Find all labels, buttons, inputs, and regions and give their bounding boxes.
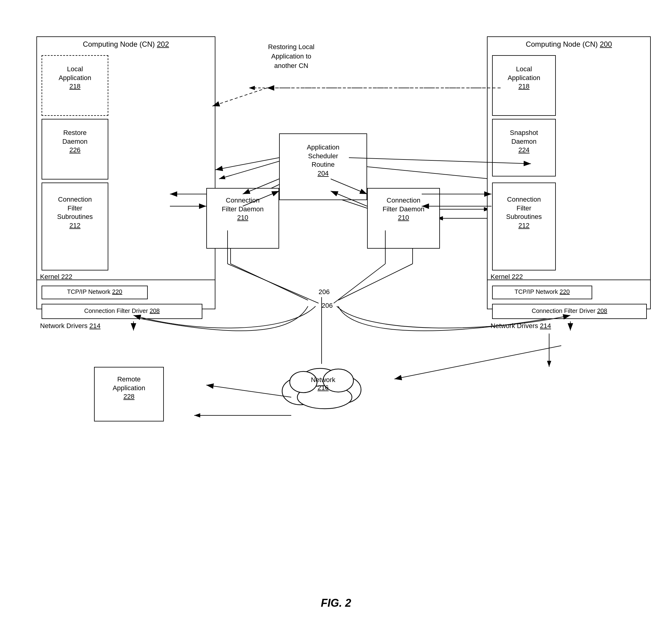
cn202-local-app-box: LocalApplication218	[42, 55, 108, 116]
cn200-tcpip-box: TCP/IP Network 220	[492, 286, 592, 299]
cn200-tcpip-label: TCP/IP Network 220	[493, 286, 592, 296]
cn200-box: Computing Node (CN) 200 LocalApplication…	[487, 36, 651, 309]
cn200-local-app-label: LocalApplication218	[493, 56, 555, 91]
network-cloud: Network216	[273, 352, 373, 412]
cn202-restore-daemon-box: RestoreDaemon226	[42, 119, 108, 179]
cn202-box: Computing Node (CN) 202 LocalApplication…	[37, 36, 215, 309]
app-scheduler-label: ApplicationSchedulerRoutine204	[280, 134, 367, 178]
cn202-tcpip-box: TCP/IP Network 220	[42, 286, 148, 299]
cf-daemon-left-box: ConnectionFilter Daemon210	[206, 188, 279, 249]
app-scheduler-box: ApplicationSchedulerRoutine204	[279, 133, 367, 200]
svg-line-11	[231, 264, 308, 300]
cn200-cf-driver-box: Connection Filter Driver 208	[492, 304, 647, 319]
cn202-kernel-line	[37, 279, 215, 280]
cn200-number: 200	[600, 40, 612, 48]
cn200-kernel-line	[488, 279, 650, 280]
cn202-cf-subroutines-box: ConnectionFilterSubroutines212	[42, 182, 108, 270]
cn200-snapshot-daemon-label: SnapshotDaemon224	[493, 119, 555, 155]
cn202-tcpip-label: TCP/IP Network 220	[42, 286, 147, 296]
cn200-local-app-box: LocalApplication218	[492, 55, 556, 116]
figure-label: FIG. 2	[18, 597, 654, 609]
cn202-cf-subroutines-label: ConnectionFilterSubroutines212	[42, 183, 108, 230]
restoring-label: Restoring LocalApplication toanother CN	[206, 43, 376, 70]
cf-daemon-right-label: ConnectionFilter Daemon210	[368, 189, 439, 222]
diagram: Computing Node (CN) 202 LocalApplication…	[18, 18, 654, 618]
cn202-number: 202	[157, 40, 169, 48]
cn202-net-drivers-label: Network Drivers 214	[40, 322, 100, 330]
remote-app-box: RemoteApplication228	[94, 367, 164, 421]
cn202-cf-driver-box: Connection Filter Driver 208	[42, 304, 202, 319]
cn200-cf-subroutines-label: ConnectionFilterSubroutines212	[493, 183, 555, 230]
label-206: 206	[319, 288, 330, 296]
cn202-cf-driver-label: Connection Filter Driver 208	[42, 304, 202, 315]
cn202-restore-daemon-label: RestoreDaemon226	[42, 119, 108, 155]
cn200-cf-driver-label: Connection Filter Driver 208	[493, 304, 646, 315]
cn200-cf-subroutines-box: ConnectionFilterSubroutines212	[492, 182, 556, 270]
cn200-net-drivers-label: Network Drivers 214	[491, 322, 551, 330]
cn200-title: Computing Node (CN) 200	[488, 40, 650, 49]
remote-app-label: RemoteApplication228	[95, 367, 163, 401]
cn202-title: Computing Node (CN) 202	[37, 40, 215, 49]
network-label: Network216	[273, 376, 373, 392]
svg-line-13	[338, 264, 413, 300]
cn202-local-app-label: LocalApplication218	[42, 56, 108, 91]
cn200-snapshot-daemon-box: SnapshotDaemon224	[492, 119, 556, 176]
cf-daemon-left-label: ConnectionFilter Daemon210	[207, 189, 279, 222]
cf-daemon-right-box: ConnectionFilter Daemon210	[367, 188, 440, 249]
